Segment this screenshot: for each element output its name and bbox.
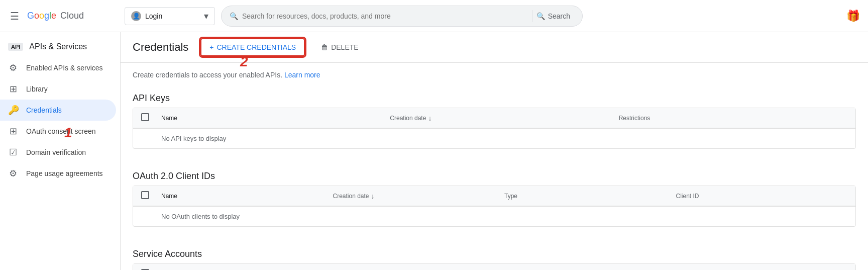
sidebar-item-enabled-apis[interactable]: ⚙ Enabled APIs & services xyxy=(0,57,116,78)
sidebar-item-page-usage[interactable]: ⚙ Page usage agreements xyxy=(0,163,116,184)
search-btn-icon: 🔍 xyxy=(536,12,545,20)
api-keys-empty-message: No API keys to display xyxy=(161,135,226,142)
logo-g: Google xyxy=(27,11,56,21)
oauth-date-label: Creation date xyxy=(333,193,369,200)
sidebar-item-domain-verification[interactable]: ☑ Domain verification xyxy=(0,142,116,163)
oauth-client-id-col: Client ID xyxy=(676,193,848,200)
oauth-table: Name Creation date ↓ Type Client ID No O… xyxy=(133,186,856,227)
delete-icon: 🗑 xyxy=(321,43,328,51)
search-btn-label: Search xyxy=(548,12,570,20)
layout: API APIs & Services ⚙ Enabled APIs & ser… xyxy=(0,32,868,270)
api-badge: API xyxy=(8,43,23,51)
search-button[interactable]: 🔍 Search xyxy=(532,10,574,22)
toolbar: Credentials + CREATE CREDENTIALS 🗑 DELET… xyxy=(121,32,868,63)
api-keys-date-label: Creation date xyxy=(390,115,426,122)
sidebar-item-label: Credentials xyxy=(26,106,62,114)
project-name: Login xyxy=(145,12,200,20)
gift-icon[interactable]: 🎁 xyxy=(846,10,860,23)
service-accounts-table-header: Email Name ↑ xyxy=(133,264,855,270)
api-keys-section: API Keys Name Creation date ↓ Restrictio… xyxy=(121,83,868,149)
sidebar-item-label: Page usage agreements xyxy=(26,169,103,177)
delete-button[interactable]: 🗑 DELETE xyxy=(313,39,366,55)
project-selector[interactable]: 👤 Login ▾ xyxy=(125,7,215,25)
api-keys-empty-row: No API keys to display xyxy=(133,128,855,148)
oauth-name-col: Name xyxy=(161,193,333,200)
credentials-icon: 🔑 xyxy=(8,105,18,116)
oauth-checkbox-col xyxy=(141,191,161,201)
sidebar-item-credentials[interactable]: 🔑 Credentials xyxy=(0,100,116,121)
library-icon: ⊞ xyxy=(8,83,18,95)
oauth-title: OAuth 2.0 Client IDs xyxy=(133,171,856,182)
oauth-select-all-checkbox[interactable] xyxy=(141,191,149,199)
project-avatar: 👤 xyxy=(131,11,141,21)
learn-more-link[interactable]: Learn more xyxy=(284,71,320,79)
search-bar: 🔍 🔍 Search xyxy=(221,6,583,27)
sidebar-item-label: Enabled APIs & services xyxy=(26,64,103,72)
oauth-sort-icon[interactable]: ↓ xyxy=(371,192,375,200)
description-text: Create credentials to access your enable… xyxy=(133,71,284,79)
service-accounts-table: Email Name ↑ No service accounts to disp… xyxy=(133,263,856,270)
create-credentials-label: CREATE CREDENTIALS xyxy=(216,43,296,51)
search-input[interactable] xyxy=(242,12,528,20)
oauth-date-col: Creation date ↓ xyxy=(333,192,505,200)
api-keys-date-col: Creation date ↓ xyxy=(390,114,618,122)
oauth-section: OAuth 2.0 Client IDs Name Creation date … xyxy=(121,161,868,227)
oauth-icon: ⊞ xyxy=(8,126,18,137)
sidebar: API APIs & Services ⚙ Enabled APIs & ser… xyxy=(0,32,121,270)
description: Create credentials to access your enable… xyxy=(121,63,868,83)
enabled-apis-icon: ⚙ xyxy=(8,62,18,73)
sidebar-item-library[interactable]: ⊞ Library xyxy=(0,78,116,100)
sidebar-item-oauth-consent[interactable]: ⊞ OAuth consent screen xyxy=(0,121,116,142)
oauth-table-header: Name Creation date ↓ Type Client ID xyxy=(133,186,855,206)
delete-label: DELETE xyxy=(331,43,358,51)
service-accounts-section: Service Accounts Email Name ↑ No service… xyxy=(121,239,868,270)
topbar-left: ☰ Google Cloud xyxy=(8,8,119,24)
api-keys-sort-icon[interactable]: ↓ xyxy=(428,114,431,122)
google-cloud-logo: Google Cloud xyxy=(27,11,84,21)
topbar-right: 🎁 xyxy=(846,10,860,23)
create-credentials-button[interactable]: + CREATE CREDENTIALS xyxy=(200,38,305,56)
page-title: Credentials xyxy=(133,41,188,54)
main-content: Credentials + CREATE CREDENTIALS 🗑 DELET… xyxy=(121,32,868,270)
domain-icon: ☑ xyxy=(8,147,18,158)
service-accounts-title: Service Accounts xyxy=(133,249,856,259)
api-keys-title: API Keys xyxy=(133,93,856,104)
api-keys-select-all-checkbox[interactable] xyxy=(141,113,149,121)
api-keys-table: Name Creation date ↓ Restrictions No API… xyxy=(133,108,856,149)
logo-cloud-text: Cloud xyxy=(60,11,84,21)
sidebar-item-label: Domain verification xyxy=(26,148,86,156)
menu-icon[interactable]: ☰ xyxy=(8,8,21,24)
api-keys-name-col: Name xyxy=(161,115,390,122)
search-icon: 🔍 xyxy=(230,12,238,20)
sidebar-header: API APIs & Services xyxy=(0,36,120,57)
api-keys-checkbox-col xyxy=(141,113,161,123)
oauth-empty-row: No OAuth clients to display xyxy=(133,206,855,226)
sidebar-item-label: Library xyxy=(26,85,48,93)
api-keys-restrictions-col: Restrictions xyxy=(619,115,847,122)
project-selector-arrow: ▾ xyxy=(204,11,208,22)
topbar: ☰ Google Cloud 👤 Login ▾ 🔍 🔍 Search 🎁 xyxy=(0,0,868,32)
api-keys-table-header: Name Creation date ↓ Restrictions xyxy=(133,108,855,128)
sidebar-title: APIs & Services xyxy=(29,42,87,51)
oauth-empty-message: No OAuth clients to display xyxy=(161,213,240,220)
sidebar-item-label: OAuth consent screen xyxy=(26,127,96,135)
page-usage-icon: ⚙ xyxy=(8,168,18,179)
oauth-type-col: Type xyxy=(504,193,676,200)
create-credentials-prefix: + xyxy=(209,43,213,51)
